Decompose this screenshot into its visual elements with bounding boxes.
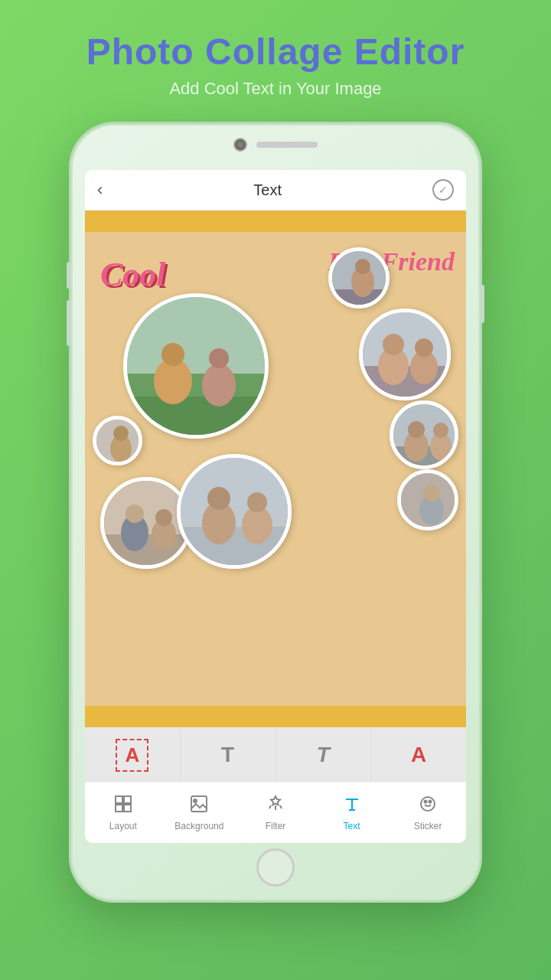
- yellow-bar-top: [85, 211, 466, 232]
- filter-label: Filter: [266, 821, 286, 831]
- svg-rect-45: [191, 796, 207, 812]
- bottom-nav: Layout Background: [85, 782, 466, 843]
- svg-point-48: [425, 800, 427, 802]
- photo-circle-center[interactable]: [123, 293, 269, 439]
- cool-text[interactable]: Cool: [100, 255, 166, 294]
- app-title: Photo Collage Editor: [86, 31, 465, 73]
- nav-layout[interactable]: Layout: [85, 782, 161, 843]
- svg-rect-27: [104, 534, 192, 569]
- app-bar: ‹ Text ✓: [85, 170, 466, 211]
- app-header: Photo Collage Editor Add Cool Text in Yo…: [71, 0, 481, 114]
- text-italic-icon: T: [317, 743, 330, 767]
- svg-point-29: [126, 505, 144, 523]
- svg-point-49: [429, 800, 432, 802]
- text-style-color-button[interactable]: A: [371, 728, 466, 782]
- phone-top-area: [233, 138, 318, 152]
- svg-point-4: [161, 343, 184, 366]
- phone-frame: ‹ Text ✓ Cool Best Friend: [69, 122, 482, 903]
- svg-point-6: [209, 348, 229, 368]
- yellow-bar-bottom: [85, 706, 466, 727]
- svg-point-14: [383, 334, 404, 355]
- text-outlined-icon: A: [116, 739, 148, 772]
- text-nav-icon: [343, 795, 361, 818]
- svg-rect-43: [116, 805, 122, 812]
- svg-point-16: [415, 338, 433, 357]
- app-subtitle: Add Cool Text in Your Image: [86, 79, 465, 99]
- svg-point-37: [247, 492, 267, 512]
- svg-point-20: [408, 421, 425, 438]
- svg-rect-42: [124, 796, 131, 803]
- sticker-label: Sticker: [414, 821, 442, 831]
- nav-background[interactable]: Background: [161, 782, 238, 843]
- sticker-icon: [419, 795, 437, 818]
- confirm-button[interactable]: ✓: [432, 179, 454, 201]
- nav-sticker[interactable]: Sticker: [390, 782, 466, 843]
- svg-point-31: [155, 509, 172, 526]
- svg-point-35: [207, 487, 230, 510]
- svg-point-25: [113, 426, 129, 441]
- text-style-plain-button[interactable]: T: [181, 728, 276, 782]
- svg-point-22: [433, 423, 448, 438]
- photo-circle-large-2[interactable]: [177, 454, 292, 569]
- svg-point-5: [202, 364, 236, 407]
- home-button[interactable]: [256, 848, 295, 887]
- svg-point-47: [421, 797, 435, 811]
- svg-rect-33: [181, 527, 292, 569]
- text-color-icon: A: [411, 743, 426, 767]
- layout-icon: [114, 795, 132, 818]
- nav-text[interactable]: Text: [314, 782, 390, 843]
- photo-circle-small-4[interactable]: [397, 469, 458, 531]
- volume-button-1: [67, 262, 71, 289]
- filter-icon: [266, 795, 285, 818]
- photo-circle-small-3[interactable]: [93, 416, 142, 466]
- background-icon: [190, 795, 208, 818]
- collage-area[interactable]: Cool Best Friend: [85, 232, 466, 706]
- svg-rect-41: [116, 796, 122, 803]
- power-button: [480, 285, 484, 323]
- phone-camera: [233, 138, 247, 152]
- svg-point-10: [355, 259, 370, 274]
- photo-circle-small-2[interactable]: [390, 400, 458, 469]
- photo-circle-medium-1[interactable]: [359, 309, 451, 400]
- back-button[interactable]: ‹: [97, 180, 103, 200]
- svg-point-40: [423, 485, 440, 501]
- text-style-italic-button[interactable]: T: [276, 728, 372, 782]
- text-tools-bar: A T T A: [85, 727, 466, 782]
- layout-label: Layout: [109, 821, 137, 831]
- text-style-outlined-button[interactable]: A: [85, 728, 181, 782]
- phone-screen: ‹ Text ✓ Cool Best Friend: [85, 170, 466, 843]
- screen-title: Text: [253, 181, 282, 199]
- svg-rect-2: [127, 397, 269, 439]
- text-nav-label: Text: [344, 821, 360, 831]
- svg-rect-44: [124, 805, 131, 812]
- text-plain-icon: T: [221, 743, 234, 767]
- svg-point-46: [194, 799, 197, 802]
- volume-button-2: [67, 300, 71, 346]
- phone-mockup: ‹ Text ✓ Cool Best Friend: [69, 122, 482, 903]
- photo-circle-small-1[interactable]: [328, 247, 390, 309]
- background-label: Background: [174, 821, 223, 831]
- nav-filter[interactable]: Filter: [237, 782, 314, 843]
- phone-speaker: [256, 142, 318, 148]
